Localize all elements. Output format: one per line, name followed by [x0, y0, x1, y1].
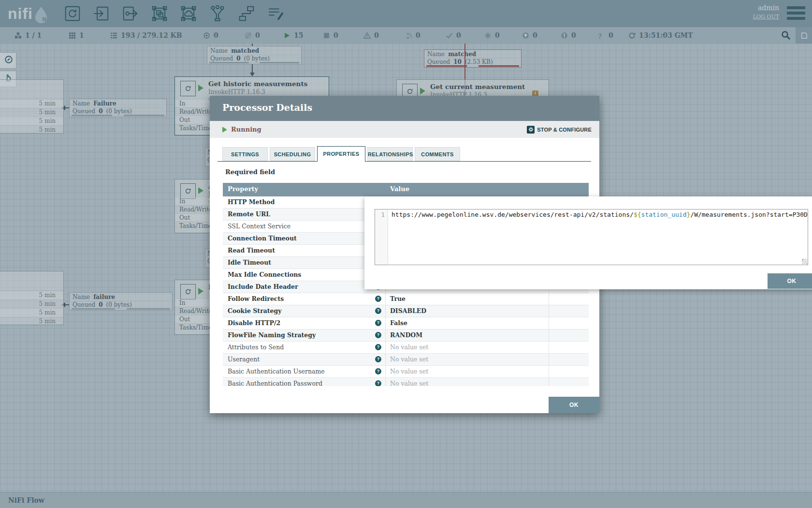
row-spacer — [549, 317, 589, 329]
line-number: 1 — [381, 211, 385, 218]
property-cell: Disable HTTP/2? — [223, 317, 386, 329]
row-spacer — [549, 354, 589, 365]
property-row: Cookie Strategy?DISABLED — [223, 305, 589, 317]
property-name: Basic Authentication Password — [228, 380, 322, 386]
row-spacer — [549, 293, 589, 305]
help-icon[interactable]: ? — [375, 368, 381, 374]
property-cell: Attributes to Send? — [223, 342, 386, 353]
row-spacer — [549, 329, 589, 341]
help-icon[interactable]: ? — [375, 344, 381, 350]
property-value: True — [390, 295, 406, 302]
help-icon[interactable]: ? — [375, 296, 381, 302]
property-value: No value set — [390, 356, 428, 363]
value-cell[interactable]: DISABLED — [386, 305, 549, 317]
help-icon[interactable]: ? — [375, 380, 381, 386]
property-value: No value set — [390, 344, 428, 351]
help-icon[interactable]: ? — [375, 320, 381, 326]
property-value: No value set — [390, 380, 428, 386]
property-value: False — [390, 319, 407, 327]
property-value: DISABLED — [390, 307, 426, 314]
property-name: Cookie Strategy — [228, 307, 282, 314]
row-spacer — [549, 305, 589, 317]
property-name: Disable HTTP/2 — [228, 319, 280, 327]
property-name: Idle Timeout — [228, 259, 271, 266]
property-cell: SSL Context Service? — [223, 221, 386, 232]
tab-relationships[interactable]: RELATIONSHIPS — [367, 147, 413, 161]
running-status-icon — [222, 127, 227, 133]
dialog-tabs: SETTINGSSCHEDULINGPROPERTIESRELATIONSHIP… — [218, 146, 591, 162]
property-name: Attributes to Send — [228, 344, 284, 351]
help-icon[interactable]: ? — [375, 332, 381, 338]
property-cell: Follow Redirects? — [223, 293, 386, 305]
properties-table-header: Property Value — [223, 183, 589, 196]
property-value: RANDOM — [390, 331, 422, 339]
property-name: Remote URL — [228, 210, 270, 218]
value-cell[interactable]: No value set — [386, 366, 549, 377]
editor-ok-button[interactable]: OK — [768, 273, 812, 289]
value-cell[interactable]: True — [386, 293, 549, 305]
property-cell: FlowFile Naming Strategy? — [223, 329, 386, 341]
property-name: Read Timeout — [228, 247, 275, 254]
dialog-header: Processor Details — [210, 96, 599, 121]
property-value: No value set — [390, 368, 428, 375]
nifi-app: nifi admin LOG OUT 1 / 11193 / 279.12 KB… — [0, 0, 812, 508]
property-cell: Connection Timeout? — [223, 233, 386, 244]
property-cell: Useragent? — [223, 354, 386, 365]
help-icon[interactable]: ? — [375, 308, 381, 314]
property-row: Attributes to Send?No value set — [223, 342, 589, 354]
code-editor[interactable]: 1 https://www.pegelonline.wsv.de/webserv… — [375, 209, 808, 265]
stop-and-configure-label: STOP & CONFIGURE — [537, 127, 592, 133]
value-editor-popup: 1 https://www.pegelonline.wsv.de/webserv… — [364, 196, 812, 289]
value-cell[interactable]: No value set — [386, 354, 549, 365]
property-name: SSL Context Service — [228, 223, 290, 230]
property-column-header: Property — [228, 185, 258, 193]
value-cell[interactable]: False — [386, 317, 549, 329]
required-field-note: Required field — [225, 168, 275, 176]
value-cell[interactable]: No value set — [386, 342, 549, 353]
property-cell: HTTP Method? — [223, 196, 386, 208]
property-name: FlowFile Naming Strategy — [228, 331, 316, 339]
tab-settings[interactable]: SETTINGS — [222, 147, 268, 161]
tab-properties[interactable]: PROPERTIES — [317, 146, 365, 162]
property-cell: Idle Timeout? — [223, 257, 386, 269]
property-row: Disable HTTP/2?False — [223, 317, 589, 329]
property-cell: Basic Authentication Password? — [223, 378, 386, 386]
gear-icon — [527, 126, 535, 134]
property-row: FlowFile Naming Strategy?RANDOM — [223, 329, 589, 342]
row-spacer — [549, 366, 589, 377]
row-spacer — [549, 342, 589, 353]
property-row: Useragent?No value set — [223, 354, 589, 366]
row-spacer — [549, 378, 589, 386]
property-name: HTTP Method — [228, 198, 275, 206]
property-name: Connection Timeout — [228, 235, 297, 242]
tab-scheduling[interactable]: SCHEDULING — [270, 147, 315, 161]
property-name: Follow Redirects — [228, 295, 284, 302]
property-name: Include Date Header — [228, 283, 298, 290]
property-cell: Max Idle Connections? — [223, 269, 386, 281]
tab-comments[interactable]: COMMENTS — [415, 147, 460, 161]
property-row: Basic Authentication Username?No value s… — [223, 366, 589, 378]
property-name: Useragent — [228, 356, 260, 363]
property-name: Basic Authentication Username — [228, 368, 325, 375]
value-cell[interactable]: RANDOM — [386, 329, 549, 341]
value-cell[interactable]: No value set — [386, 378, 549, 386]
stop-and-configure-button[interactable]: STOP & CONFIGURE — [527, 126, 592, 134]
line-number-gutter: 1 — [375, 209, 388, 265]
dialog-title: Processor Details — [222, 102, 312, 113]
url-suffix: /W/measurements.json?start=P30D — [690, 211, 808, 218]
value-column-header: Value — [390, 185, 409, 193]
el-brace-open: ${ — [634, 211, 641, 218]
help-icon[interactable]: ? — [375, 356, 381, 362]
running-status-label: Running — [231, 126, 261, 133]
property-cell: Cookie Strategy? — [223, 305, 386, 317]
el-variable: station_uuid — [641, 211, 687, 218]
property-row: Follow Redirects?True — [223, 293, 589, 305]
editor-text[interactable]: https://www.pegelonline.wsv.de/webservic… — [388, 209, 808, 265]
processor-status-strip: Running STOP & CONFIGURE — [210, 121, 599, 138]
property-cell: Read Timeout? — [223, 245, 386, 256]
ok-button[interactable]: OK — [549, 397, 599, 413]
property-row: Basic Authentication Password?No value s… — [223, 378, 589, 386]
property-cell: Include Date Header? — [223, 281, 386, 293]
property-cell: Remote URL? — [223, 209, 386, 220]
editor-resize-handle[interactable] — [802, 259, 807, 264]
